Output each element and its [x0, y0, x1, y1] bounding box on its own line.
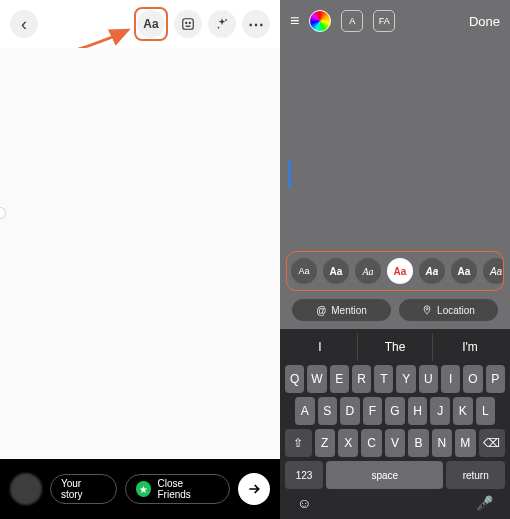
key-d[interactable]: D — [340, 397, 360, 425]
send-button[interactable] — [238, 473, 270, 505]
your-story-avatar[interactable] — [10, 473, 42, 505]
key-backspace[interactable]: ⌫ — [479, 429, 506, 457]
key-a[interactable]: A — [295, 397, 315, 425]
key-c[interactable]: C — [361, 429, 381, 457]
mention-label: Mention — [331, 305, 367, 316]
key-k[interactable]: K — [453, 397, 473, 425]
text-tool-highlight: Aa — [134, 7, 168, 41]
text-size-slider-knob[interactable] — [0, 208, 5, 218]
key-u[interactable]: U — [419, 365, 438, 393]
font-option-2[interactable]: Aa — [323, 258, 349, 284]
font-option-4-selected[interactable]: Aa — [387, 258, 413, 284]
svg-point-3 — [225, 19, 227, 21]
color-wheel-icon[interactable] — [309, 10, 331, 32]
mention-button[interactable]: @ Mention — [292, 299, 391, 321]
text-editor-right: ≡ A FA Done Aa Aa Aa Aa Aa Aa Aa A @ Men… — [280, 0, 510, 519]
key-l[interactable]: L — [476, 397, 496, 425]
key-y[interactable]: Y — [396, 365, 415, 393]
share-bar: Your story ★ Close Friends — [0, 459, 280, 519]
text-cursor — [288, 160, 291, 188]
location-icon — [422, 305, 432, 315]
key-b[interactable]: B — [408, 429, 428, 457]
svg-point-4 — [218, 27, 220, 29]
story-canvas[interactable] — [0, 48, 280, 459]
key-h[interactable]: H — [408, 397, 428, 425]
suggestion-3[interactable]: I'm — [432, 333, 507, 361]
mention-icon: @ — [316, 305, 326, 316]
key-i[interactable]: I — [441, 365, 460, 393]
font-option-3[interactable]: Aa — [355, 258, 381, 284]
key-j[interactable]: J — [430, 397, 450, 425]
emoji-icon[interactable]: ☺ — [297, 495, 311, 511]
tag-row: @ Mention Location — [280, 299, 510, 329]
sticker-icon[interactable] — [174, 10, 202, 38]
key-row-4: 123 space return — [283, 461, 507, 489]
key-shift[interactable]: ⇧ — [285, 429, 312, 457]
key-z[interactable]: Z — [315, 429, 335, 457]
back-icon[interactable]: ‹ — [10, 10, 38, 38]
mic-icon[interactable]: 🎤 — [476, 495, 493, 511]
keyboard: I The I'm Q W E R T Y U I O P A S D F G … — [280, 329, 510, 519]
location-label: Location — [437, 305, 475, 316]
key-v[interactable]: V — [385, 429, 405, 457]
key-g[interactable]: G — [385, 397, 405, 425]
key-e[interactable]: E — [330, 365, 349, 393]
your-story-button[interactable]: Your story — [50, 474, 117, 504]
right-toolbar: ≡ A FA Done — [280, 0, 510, 42]
font-picker-highlight: Aa Aa Aa Aa Aa Aa Aa A — [286, 251, 504, 291]
svg-point-2 — [189, 22, 190, 23]
key-row-1: Q W E R T Y U I O P — [283, 365, 507, 393]
key-w[interactable]: W — [307, 365, 326, 393]
key-q[interactable]: Q — [285, 365, 304, 393]
svg-point-1 — [186, 22, 187, 23]
effects-icon[interactable] — [208, 10, 236, 38]
done-button[interactable]: Done — [469, 14, 500, 29]
text-bg-icon[interactable]: A — [341, 10, 363, 32]
suggestion-2[interactable]: The — [357, 333, 432, 361]
key-return[interactable]: return — [446, 461, 505, 489]
close-friends-button[interactable]: ★ Close Friends — [125, 474, 231, 504]
suggestion-1[interactable]: I — [283, 333, 357, 361]
key-space[interactable]: space — [326, 461, 443, 489]
key-row-2: A S D F G H J K L — [283, 397, 507, 425]
key-numbers[interactable]: 123 — [285, 461, 323, 489]
more-icon[interactable]: ⋯ — [242, 10, 270, 38]
svg-point-5 — [426, 308, 428, 310]
location-button[interactable]: Location — [399, 299, 498, 321]
key-row-3: ⇧ Z X C V B N M ⌫ — [283, 429, 507, 457]
your-story-label: Your story — [61, 478, 106, 500]
key-m[interactable]: M — [455, 429, 475, 457]
key-p[interactable]: P — [486, 365, 505, 393]
font-option-7[interactable]: Aa — [483, 258, 504, 284]
font-option-6[interactable]: Aa — [451, 258, 477, 284]
text-tool-icon[interactable]: Aa — [137, 10, 165, 38]
keyboard-bottom: ☺ 🎤 — [283, 489, 507, 511]
font-option-1[interactable]: Aa — [291, 258, 317, 284]
close-friends-icon: ★ — [136, 481, 152, 497]
key-r[interactable]: R — [352, 365, 371, 393]
left-toolbar: ‹ Aa ⋯ — [0, 0, 280, 48]
key-x[interactable]: X — [338, 429, 358, 457]
key-o[interactable]: O — [463, 365, 482, 393]
key-n[interactable]: N — [432, 429, 452, 457]
suggestion-row: I The I'm — [283, 333, 507, 361]
font-option-5[interactable]: Aa — [419, 258, 445, 284]
key-s[interactable]: S — [318, 397, 338, 425]
story-editor-left: ‹ Aa ⋯ Your story ★ Close Friends — [0, 0, 280, 519]
align-icon[interactable]: ≡ — [290, 12, 299, 30]
svg-rect-0 — [183, 19, 194, 30]
close-friends-label: Close Friends — [157, 478, 219, 500]
key-f[interactable]: F — [363, 397, 383, 425]
key-t[interactable]: T — [374, 365, 393, 393]
text-anim-icon[interactable]: FA — [373, 10, 395, 32]
text-edit-canvas[interactable] — [280, 42, 510, 251]
